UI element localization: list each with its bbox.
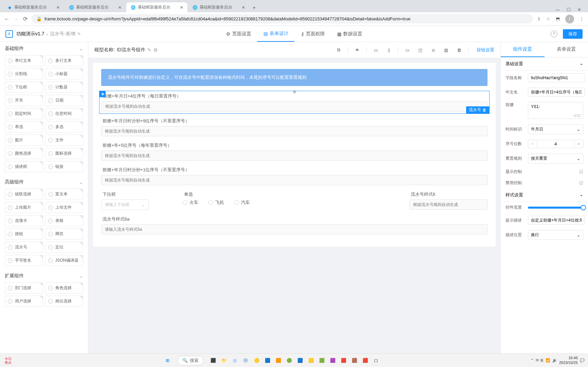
component-item[interactable]: ○多选 (45, 121, 84, 133)
delete-icon[interactable]: 🗑 (482, 108, 486, 112)
tab-page-settings[interactable]: ⚙ 页面设置 (220, 26, 257, 42)
form-input[interactable] (101, 224, 488, 234)
tab-close-icon[interactable]: ✕ (242, 5, 245, 10)
component-item[interactable]: ○按钮 (5, 228, 43, 240)
component-item[interactable]: ○网页 (45, 228, 84, 240)
notification-icon[interactable]: 💬 (580, 358, 585, 363)
component-item[interactable]: ○多行文本 (45, 55, 84, 66)
form-item[interactable]: 前缀+年+5位序号（每年重置序号） (101, 142, 488, 161)
tab-data-settings[interactable]: ▦ 数据设置 (331, 26, 368, 42)
increment-button[interactable]: + (574, 140, 583, 148)
taskbar-app-icon[interactable]: 🟥 (361, 356, 370, 365)
component-item[interactable]: ○富文本 (45, 189, 84, 200)
form-item-serial[interactable]: 流水号样式6 (409, 191, 488, 210)
component-item[interactable]: ○开关 (5, 95, 43, 106)
browser-tab[interactable]: 🌐 基础框架服务后台 ✕ (188, 2, 249, 12)
hint-input[interactable] (528, 216, 585, 225)
extension-icon[interactable]: ⬒ (556, 16, 560, 21)
share-icon[interactable]: ⇪ (537, 16, 541, 21)
desc-pos-select[interactable]: 换行 ⌄ (528, 230, 583, 240)
radio-option[interactable]: 火车 (183, 199, 198, 206)
clock-date[interactable]: 2023/10/25 (559, 361, 578, 365)
section-advanced-components[interactable]: 高级组件 ⌄ (0, 176, 88, 189)
form-input[interactable] (101, 151, 488, 161)
component-item[interactable]: ○分割线 (5, 68, 43, 80)
layout-3-icon[interactable]: ⫼ (428, 46, 438, 54)
taskbar-app-icon[interactable]: ◎ (230, 356, 240, 365)
tab-component-settings[interactable]: 组件设置 (501, 42, 545, 57)
component-item[interactable]: ○上传文件 (45, 202, 84, 213)
tab-close-icon[interactable]: ✕ (180, 5, 183, 10)
form-item[interactable]: 前缀+年月日时分秒+9位序号（不重置序号） (101, 118, 488, 136)
style-settings-header[interactable]: 样式设置 ⌄ (501, 189, 588, 202)
radio-option[interactable]: 汽车 (234, 199, 250, 206)
form-input[interactable] (409, 199, 488, 210)
radio-option[interactable]: 飞机 (208, 199, 224, 206)
help-icon[interactable]: ? (551, 31, 557, 37)
taskbar-app-icon[interactable]: 🟦 (263, 356, 272, 365)
basic-settings-header[interactable]: 基础设置 ⌄ (501, 57, 588, 71)
form-item-select[interactable]: 下拉框 请输入下拉框 ⌄ (101, 191, 162, 210)
tray-chevron-icon[interactable]: ⌃ (531, 358, 534, 363)
component-item[interactable]: ○定位 (45, 242, 84, 253)
language-indicator[interactable]: 中 英 (536, 358, 544, 363)
new-tab-button[interactable]: + (250, 3, 258, 12)
taskbar-app-icon[interactable]: 🟪 (328, 356, 337, 365)
form-item-selected[interactable]: ✥ ✥ 前缀+年月日+4位序号（每日重置序号） 流水号 🗑 (99, 91, 490, 114)
url-bar[interactable]: 🔒 frame.bctools.cn/page-design-ui/#/form… (32, 14, 533, 23)
prefix-textarea[interactable]: YS1- 4/32 (528, 102, 583, 119)
component-item[interactable]: ○文件 (45, 135, 84, 146)
browser-tab[interactable]: ◆ 基础框架服务后台 ✕ (3, 2, 64, 12)
form-item[interactable]: 前缀+年月日时分秒+1位序号（不重置序号） (101, 167, 488, 185)
taskbar-app-icon[interactable]: ⓔ (241, 356, 251, 365)
weather-widget[interactable]: 今日 热点 (3, 356, 13, 365)
width-slider[interactable] (528, 207, 583, 209)
maximize-icon[interactable]: ☐ (567, 7, 571, 12)
browser-tab-active[interactable]: 🌐 基础框架服务后台 ✕ (126, 2, 187, 12)
move-handle-icon[interactable]: ✥ (99, 91, 106, 97)
component-item[interactable]: ○单选 (5, 121, 43, 133)
edit-icon[interactable]: ✎ (77, 32, 81, 36)
taskbar-app-icon[interactable]: 🟦 (295, 356, 305, 365)
bookmark-icon[interactable]: ☆ (546, 16, 550, 21)
forward-button[interactable]: → (14, 16, 19, 22)
minimize-icon[interactable]: — (555, 7, 560, 12)
time-flag-select[interactable]: 年月日 ⌄ (528, 124, 583, 134)
taskbar-app-icon[interactable]: 🟥 (339, 356, 348, 365)
component-item[interactable]: ○用户选择 (5, 296, 43, 307)
start-button[interactable]: ⊞ (163, 356, 172, 365)
component-item[interactable]: ○计数器 (45, 82, 84, 93)
component-item[interactable]: ○图片 (5, 135, 43, 146)
taskbar-app-icon[interactable]: ◻ (371, 356, 381, 365)
slider-handle[interactable] (581, 205, 586, 210)
menu-icon[interactable]: ⋮ (580, 16, 584, 21)
taskbar-search[interactable]: 🔍 搜索 (177, 356, 204, 365)
profile-badge[interactable]: ! (565, 15, 574, 23)
delete-icon[interactable]: 🗑 (454, 46, 464, 54)
component-item[interactable]: ○小标题 (45, 68, 84, 80)
layout-2-icon[interactable]: ◫ (415, 46, 425, 54)
tab-close-icon[interactable]: ✕ (56, 5, 60, 10)
taskbar-app-icon[interactable]: 🟡 (252, 356, 261, 365)
component-item[interactable]: ○上传图片 (5, 202, 43, 213)
form-item[interactable]: 流水号样式6a (101, 216, 488, 234)
component-item[interactable]: ○任意时间 (45, 108, 84, 119)
wifi-icon[interactable]: 📶 (546, 358, 550, 363)
edit-icon[interactable]: ☑ (579, 180, 583, 186)
component-item[interactable]: ○JSON编译器 (45, 255, 84, 266)
tablet-icon[interactable]: ▭ (371, 46, 381, 54)
taskbar-app-icon[interactable]: 🟨 (306, 356, 316, 365)
form-item-radio[interactable]: 单选 火车 飞机 汽车 (183, 191, 389, 210)
tab-close-icon[interactable]: ✕ (118, 5, 122, 10)
form-canvas[interactable]: 流水号组件可对前缀进行自定义，可在流水号中配置添加各种格式时间，末尾的序号可以配… (88, 58, 500, 367)
tab-form-design[interactable]: ▤ 表单设计 (257, 26, 295, 42)
component-item[interactable]: ○日期 (45, 95, 84, 106)
volume-icon[interactable]: 🔊 (552, 358, 557, 363)
component-item[interactable]: ○图标选择 (45, 148, 84, 159)
preview-icon[interactable]: 👁 (352, 46, 362, 54)
button-config-link[interactable]: 按钮设置 (477, 47, 494, 53)
section-basic-components[interactable]: 基础组件 ⌄ (0, 42, 88, 55)
section-extended-components[interactable]: 扩展组件 ⌄ (0, 269, 88, 282)
reset-rule-select[interactable]: 按天重置 ⌄ (528, 154, 583, 163)
layout-4-icon[interactable]: ▥ (441, 46, 451, 54)
